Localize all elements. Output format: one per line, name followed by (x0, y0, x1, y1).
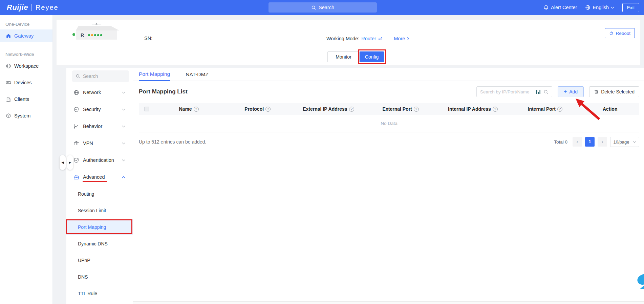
sidebar-item-gateway[interactable]: Gateway (0, 29, 52, 42)
tab-port-mapping[interactable]: Port Mapping (139, 71, 170, 81)
table-search-box[interactable] (476, 86, 552, 97)
working-mode-value[interactable]: Router (361, 36, 376, 41)
chevron-down-icon (121, 108, 127, 111)
tab-nat-dmz[interactable]: NAT-DMZ (186, 71, 209, 81)
subnav-label: Routing (78, 191, 94, 197)
serial-number-label: SN: (144, 36, 152, 41)
led-orange (91, 34, 93, 36)
subnav-item-session-limit[interactable]: Session Limit (66, 202, 133, 219)
total-count: Total 0 (554, 139, 567, 145)
sidebar-item-devices[interactable]: Devices (0, 76, 52, 89)
tree-item-security[interactable]: Security (66, 101, 133, 118)
help-icon[interactable]: ? (194, 107, 199, 112)
tree-item-authentication[interactable]: Authentication (66, 152, 133, 169)
subnav-item-dynamic-dns[interactable]: Dynamic DNS (66, 235, 133, 252)
briefcase-icon (73, 174, 79, 180)
col-name-header: Name? (154, 106, 223, 112)
switch-mode-icon[interactable]: ⇌ (378, 36, 383, 42)
subnav-label: Session Limit (78, 208, 106, 213)
brand-divider (31, 4, 32, 11)
exit-button[interactable]: Exit (622, 3, 639, 12)
globe-icon (585, 5, 591, 10)
tree-item-behavior[interactable]: Behavior (66, 118, 133, 135)
table-divider (139, 132, 639, 132)
sidebar-item-label: Workspace (14, 63, 39, 69)
empty-state-text: No Data (139, 121, 639, 126)
pane-tabs: Port Mapping NAT-DMZ (133, 68, 644, 81)
topbar: Ruijie Reyee Search Alert Center English (0, 0, 644, 15)
led-green (94, 34, 96, 36)
columns-filter-icon[interactable] (536, 89, 541, 94)
delete-selected-button[interactable]: Delete Selected (589, 86, 639, 97)
tree-item-label: Network (83, 90, 101, 95)
tree-item-label: Security (83, 107, 101, 112)
help-icon[interactable]: ? (349, 107, 354, 112)
tab-monitor[interactable]: Monitor (327, 51, 360, 62)
subnav-item-ttl-rule[interactable]: TTL Rule (66, 285, 133, 302)
language-label: English (593, 5, 609, 10)
app-root: Ruijie Reyee Search Alert Center English (0, 0, 644, 304)
chart-icon (73, 124, 79, 129)
led-green (97, 34, 99, 36)
advanced-submenu: Routing Session Limit Port Mapping Dynam… (66, 186, 133, 302)
building-icon (6, 96, 11, 102)
search-icon[interactable] (543, 89, 549, 94)
add-button[interactable]: + Add (558, 86, 584, 97)
reboot-button[interactable]: Reboot (605, 28, 635, 38)
content-card: Network Security (66, 68, 644, 304)
tree-list: Network Security (66, 84, 133, 302)
device-banner: R SN: Working Mode: Router ⇌ More Reboot (56, 19, 641, 66)
next-page-button[interactable]: › (598, 137, 607, 147)
collapse-left-handle[interactable]: ◀ (60, 155, 66, 170)
device-thumbnail[interactable]: R (76, 23, 120, 40)
vpn-icon (73, 140, 79, 146)
sidebar-item-system[interactable]: System (0, 109, 52, 122)
tab-config[interactable]: Config (360, 51, 384, 62)
help-icon[interactable]: ? (414, 107, 419, 112)
capacity-note: Up to 512 entries can be added. (139, 139, 206, 145)
subnav-item-upnp[interactable]: UPnP (66, 252, 133, 268)
page-size-value: 10/page (614, 139, 629, 145)
alert-center-button[interactable]: Alert Center (543, 5, 577, 10)
help-icon[interactable]: ? (557, 107, 562, 112)
add-label: Add (569, 89, 578, 94)
plus-icon: + (564, 89, 567, 94)
subnav-item-port-mapping[interactable]: Port Mapping (66, 219, 133, 235)
current-page-button[interactable]: 1 (585, 137, 595, 147)
subnav-label: Dynamic DNS (78, 241, 108, 246)
subnav-item-dns[interactable]: DNS (66, 268, 133, 285)
section-label-network-wide: Network-Wide (5, 52, 52, 57)
global-search[interactable]: Search (269, 2, 377, 13)
col-external-port-header: External Port? (365, 106, 436, 112)
global-search-label: Search (319, 5, 334, 10)
horizontal-scrollbar-track[interactable] (133, 301, 644, 304)
search-icon (311, 5, 316, 10)
sidebar-item-workspace[interactable]: Workspace (0, 60, 52, 72)
help-icon[interactable]: ? (493, 107, 498, 112)
col-internal-port-header: Internal Port? (509, 106, 581, 112)
support-widget-icon[interactable] (635, 274, 644, 292)
tree-item-vpn[interactable]: VPN (66, 135, 133, 152)
search-icon (76, 74, 80, 79)
collapse-right-handle[interactable]: ▶ (67, 155, 73, 170)
tree-search-box[interactable] (72, 70, 129, 82)
language-selector[interactable]: English (585, 5, 614, 10)
subnav-item-routing[interactable]: Routing (66, 186, 133, 202)
help-icon[interactable]: ? (265, 107, 271, 112)
col-protocol-header: Protocol? (223, 106, 292, 112)
col-action-header: Action (581, 106, 639, 112)
pagination: Total 0 ‹ 1 › 10/page (554, 137, 639, 147)
prev-page-button[interactable]: ‹ (573, 137, 582, 147)
table-toolbar: + Add Delete Selected (476, 86, 639, 97)
sidebar-item-label: System (14, 113, 30, 118)
more-link[interactable]: More (394, 36, 405, 41)
page-size-select[interactable]: 10/page (610, 137, 639, 147)
tree-search-input[interactable] (83, 73, 126, 79)
tree-item-advanced[interactable]: Advanced (66, 169, 133, 186)
annotation-underline-advanced (83, 181, 107, 182)
select-all-checkbox[interactable] (144, 107, 149, 111)
reboot-label: Reboot (616, 31, 630, 36)
sidebar-item-clients[interactable]: Clients (0, 93, 52, 106)
tree-item-network[interactable]: Network (66, 84, 133, 101)
table-search-input[interactable] (480, 89, 533, 94)
